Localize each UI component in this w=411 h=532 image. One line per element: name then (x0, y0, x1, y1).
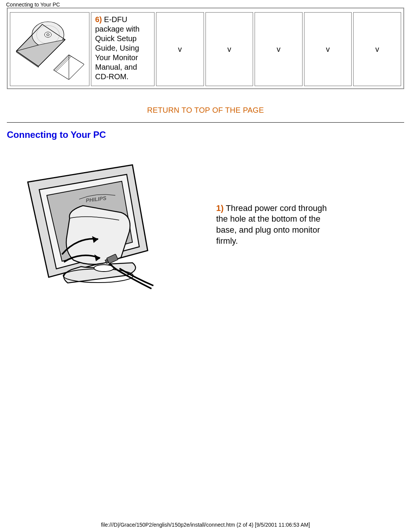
page-header-title: Connecting to Your PC (0, 0, 411, 8)
monitor-back-icon: PHILIPS (18, 155, 155, 292)
check-cell: v (304, 12, 352, 86)
return-to-top-wrapper: RETURN TO TOP OF THE PAGE (7, 106, 404, 115)
check-cell: v (156, 12, 204, 86)
cdrom-package-icon (16, 19, 84, 80)
accessories-table: 6) E-DFU package with Quick Setup Guide,… (8, 11, 403, 88)
items-table-wrapper: 6) E-DFU package with Quick Setup Guide,… (7, 8, 404, 89)
item-number: 6) (95, 15, 102, 24)
section-heading: Connecting to Your PC (7, 129, 404, 140)
item-desc: package with Quick Setup Guide, Using Yo… (95, 25, 140, 81)
check-cell: v (353, 12, 401, 86)
svg-marker-10 (56, 56, 84, 80)
return-to-top-link[interactable]: RETURN TO TOP OF THE PAGE (147, 106, 264, 114)
step-description: Thread power cord through the hole at th… (216, 203, 327, 246)
item-description-cell: 6) E-DFU package with Quick Setup Guide,… (91, 12, 155, 86)
item-image-cell (10, 12, 89, 86)
check-cell: v (255, 12, 303, 86)
section-divider (7, 122, 404, 123)
step-text: 1) Thread power cord through the hole at… (216, 203, 338, 246)
monitor-back-illustration: PHILIPS (18, 155, 155, 294)
check-cell: v (206, 12, 253, 86)
svg-point-5 (46, 34, 49, 36)
table-row: 6) E-DFU package with Quick Setup Guide,… (10, 12, 401, 86)
step-row: PHILIPS (7, 155, 404, 294)
step-number: 1) (216, 203, 224, 213)
item-title: E-DFU (102, 15, 127, 24)
